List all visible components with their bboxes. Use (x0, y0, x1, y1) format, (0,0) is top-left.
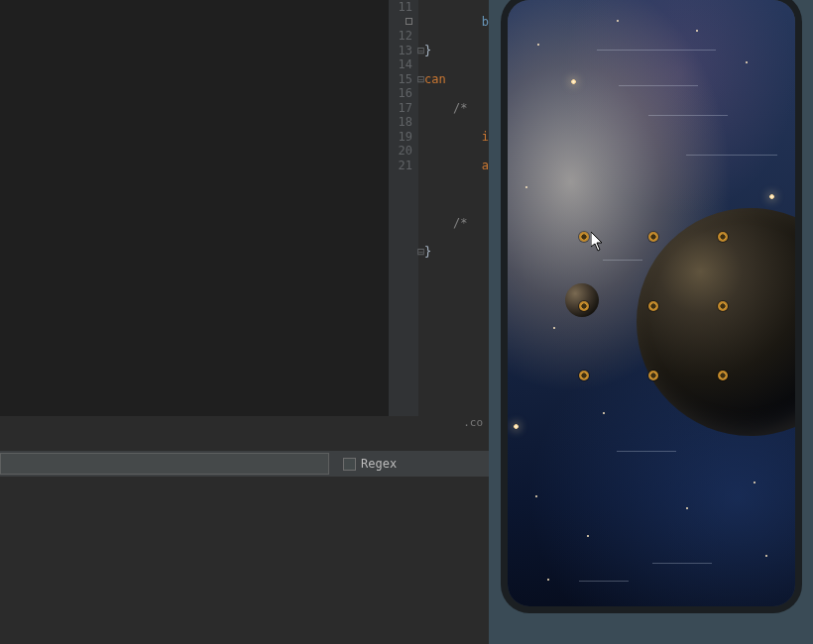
code-token: a (482, 159, 489, 172)
editor-row: 11 12 13 14 15 16 17 18 19 20 21 b ⊟} ⊟c… (0, 0, 489, 416)
guide-line (603, 260, 642, 261)
line-number: 20 (395, 144, 412, 159)
line-number: 15 (395, 72, 412, 87)
star-icon (686, 507, 688, 509)
tool-panel (0, 0, 389, 416)
code-line (424, 187, 489, 202)
guide-line (597, 50, 716, 51)
line-number: 11 (395, 0, 412, 29)
code-editor[interactable]: 11 12 13 14 15 16 17 18 19 20 21 b ⊟} ⊟c… (389, 0, 489, 416)
star-icon (535, 495, 537, 497)
checkbox-icon[interactable] (343, 458, 356, 471)
star-icon (553, 327, 555, 329)
code-line (424, 273, 489, 288)
app-root: 11 12 13 14 15 16 17 18 19 20 21 b ⊟} ⊟c… (0, 0, 813, 644)
guide-line (686, 155, 777, 156)
pattern-dot[interactable] (718, 301, 728, 311)
pattern-dot[interactable] (648, 232, 658, 242)
fold-icon[interactable]: ⊟ (417, 72, 424, 87)
star-icon (537, 44, 539, 46)
pattern-dot[interactable] (579, 371, 589, 380)
code-token: b (482, 15, 489, 29)
code-token: can (424, 72, 446, 86)
guide-line (619, 85, 698, 86)
code-line (424, 302, 489, 317)
line-number: 17 (395, 101, 412, 116)
star-icon (617, 20, 619, 22)
pattern-dot[interactable] (648, 301, 658, 311)
gutter: 11 12 13 14 15 16 17 18 19 20 21 (389, 0, 418, 416)
line-number: 14 (395, 57, 412, 72)
code-token: } (424, 245, 431, 259)
device-frame[interactable] (508, 0, 795, 606)
ide-pane: 11 12 13 14 15 16 17 18 19 20 21 b ⊟} ⊟c… (0, 0, 489, 644)
code-area[interactable]: b ⊟} ⊟can /* i a /* ⊟} (418, 0, 489, 416)
line-number: 18 (395, 115, 412, 130)
console-panel[interactable] (0, 478, 489, 644)
pattern-dot[interactable] (579, 301, 589, 311)
star-icon (525, 186, 527, 188)
guide-line (652, 563, 712, 564)
star-icon (514, 424, 519, 429)
breakpoint-icon[interactable] (406, 18, 412, 25)
guide-line (617, 451, 676, 452)
star-icon (746, 61, 748, 63)
line-number: 12 (395, 29, 412, 44)
pattern-dot[interactable] (579, 232, 589, 242)
code-token: } (424, 44, 431, 57)
regex-label: Regex (361, 457, 397, 471)
line-number: 19 (395, 130, 412, 145)
star-icon (696, 30, 698, 32)
code-comment: /* (453, 216, 475, 230)
fold-icon[interactable]: ⊟ (417, 245, 424, 260)
editor-status: .co (0, 416, 489, 432)
search-bar: Regex (0, 450, 489, 478)
star-icon (587, 535, 589, 537)
pattern-dot[interactable] (718, 232, 728, 242)
line-number: 13 (395, 44, 412, 58)
star-icon (603, 412, 605, 414)
star-icon (769, 194, 774, 199)
pattern-dot[interactable] (718, 371, 728, 380)
star-icon (754, 482, 755, 483)
star-icon (571, 79, 576, 84)
line-number: 21 (395, 159, 412, 173)
spacer (0, 432, 489, 450)
pattern-dot[interactable] (648, 371, 658, 380)
code-comment: /* (453, 101, 475, 115)
code-token: i (482, 130, 489, 144)
star-icon (547, 579, 549, 581)
guide-line (648, 115, 728, 116)
regex-toggle[interactable]: Regex (343, 457, 397, 471)
preview-pane (489, 0, 813, 644)
planet-small (565, 283, 599, 317)
fold-icon[interactable]: ⊟ (417, 44, 424, 58)
search-input[interactable] (0, 453, 329, 475)
guide-line (579, 581, 629, 582)
star-icon (765, 555, 767, 557)
line-number: 16 (395, 86, 412, 101)
